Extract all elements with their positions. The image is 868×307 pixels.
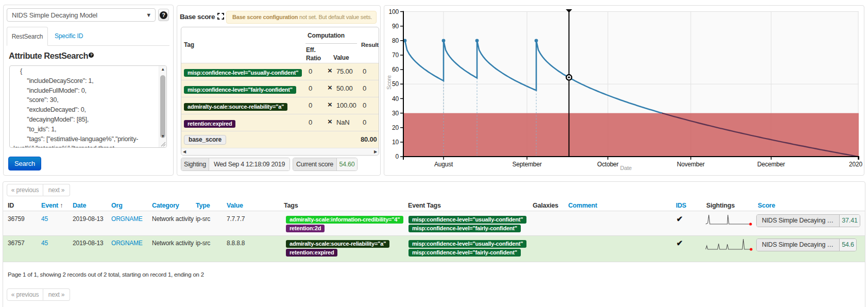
svg-text:30: 30 <box>392 110 399 117</box>
svg-text:August: August <box>434 161 453 168</box>
svg-text:20: 20 <box>392 124 399 131</box>
svg-text:80: 80 <box>392 37 399 44</box>
svg-text:Score: Score <box>386 75 392 90</box>
svg-text:90: 90 <box>392 23 399 30</box>
svg-text:10: 10 <box>392 139 399 146</box>
svg-text:100: 100 <box>389 8 399 15</box>
svg-text:60: 60 <box>392 66 399 73</box>
svg-text:Date: Date <box>620 165 632 171</box>
svg-text:2020: 2020 <box>849 161 862 168</box>
svg-text:50: 50 <box>392 80 399 88</box>
svg-text:70: 70 <box>392 52 399 59</box>
svg-text:0: 0 <box>396 153 399 160</box>
svg-text:December: December <box>757 161 785 168</box>
svg-text:September: September <box>513 161 542 168</box>
svg-text:November: November <box>677 161 705 168</box>
svg-text:October: October <box>597 161 618 168</box>
svg-text:40: 40 <box>392 95 399 103</box>
